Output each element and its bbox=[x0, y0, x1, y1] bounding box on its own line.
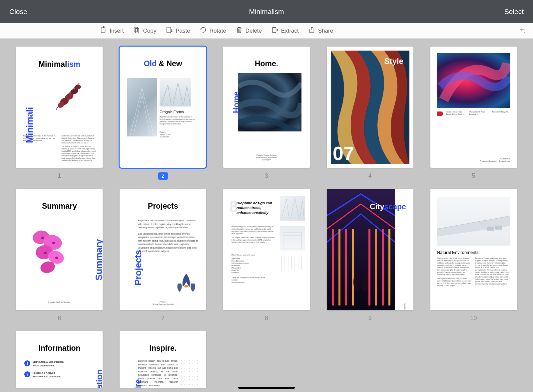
svg-point-18 bbox=[52, 242, 55, 244]
svg-point-101 bbox=[184, 382, 185, 382]
svg-point-105 bbox=[195, 382, 195, 382]
undo-icon bbox=[519, 29, 526, 35]
svg-rect-3 bbox=[136, 28, 139, 33]
page-thumbnail-11[interactable]: Information ation 1 Distribution & Class… bbox=[16, 331, 103, 388]
svg-point-72 bbox=[181, 371, 182, 372]
slide-body-left: Biophilia in Context looks at the evolut… bbox=[23, 135, 57, 162]
svg-point-59 bbox=[184, 366, 185, 366]
svg-point-89 bbox=[189, 376, 190, 377]
svg-point-60 bbox=[187, 366, 187, 366]
arch-photo-2 bbox=[160, 78, 191, 106]
svg-point-106 bbox=[197, 382, 198, 382]
svg-point-88 bbox=[187, 376, 187, 377]
slide-foot-2: www.biophilia.com bbox=[232, 281, 271, 284]
svg-point-63 bbox=[195, 366, 195, 366]
extract-button[interactable]: Extract bbox=[271, 26, 299, 35]
svg-rect-42 bbox=[487, 227, 494, 231]
slide-p1: Biophilic design can reduce stress, enha… bbox=[232, 226, 275, 235]
paste-button[interactable]: Paste bbox=[166, 26, 190, 35]
svg-point-104 bbox=[192, 382, 193, 382]
slide-title: Home bbox=[255, 59, 276, 68]
select-button[interactable]: Select bbox=[504, 8, 524, 16]
slide-credit-2: Simone Hutsch on Unsplash bbox=[120, 303, 206, 305]
svg-point-57 bbox=[197, 363, 198, 364]
caption-2: Photography & Visual Experiments bbox=[469, 111, 487, 115]
page-thumbnail-2[interactable]: Old & New Oragnic Forms Biophilia in Con… bbox=[120, 47, 206, 168]
svg-rect-37 bbox=[375, 229, 377, 305]
page-cell: Inspire. ire Biophilic design can reduce… bbox=[120, 331, 207, 388]
col1a: Biophilic design can reduce stress, enha… bbox=[437, 257, 472, 276]
page-thumbnail-4[interactable]: Style 07 bbox=[327, 47, 413, 168]
svg-point-99 bbox=[197, 379, 198, 380]
svg-point-54 bbox=[189, 363, 190, 364]
page-cell: Create your own book. Design & Color Sys… bbox=[430, 47, 517, 180]
share-label: Share bbox=[318, 28, 333, 34]
page-number: 6 bbox=[58, 315, 61, 322]
arch-img-3 bbox=[280, 256, 305, 276]
undo-button[interactable] bbox=[519, 26, 526, 35]
svg-point-61 bbox=[189, 366, 190, 366]
svg-point-102 bbox=[187, 382, 187, 382]
svg-rect-38 bbox=[382, 229, 384, 305]
svg-rect-34 bbox=[345, 229, 347, 305]
slide-credit-2: Inside Weather, swabdesign bbox=[223, 156, 310, 159]
slide-subtitle: Natural Environments bbox=[437, 250, 479, 255]
copy-button[interactable]: Copy bbox=[133, 26, 156, 35]
iris-illustration bbox=[171, 270, 201, 297]
page-thumbnail-9[interactable]: Cityscape Photo by Simone Hutsch on Unsp… bbox=[327, 189, 413, 310]
list-title: Plants that are commonly used: bbox=[232, 254, 271, 256]
slide-title-pre: Old bbox=[144, 59, 157, 68]
footer-2: Produced & Designed by Creative Squad bbox=[480, 160, 510, 162]
slide-foot-1: These and other plants can be ordered at… bbox=[232, 277, 271, 281]
svg-point-20 bbox=[55, 257, 58, 259]
insert-button[interactable]: Insert bbox=[100, 26, 124, 35]
delete-button[interactable]: Delete bbox=[236, 26, 262, 35]
page-cell: Minimalism Minimali Biophilia in Context… bbox=[16, 47, 103, 180]
page-thumbnail-5[interactable]: Create your own book. Design & Color Sys… bbox=[430, 47, 517, 168]
slide-body-right-2: The original Monmouth Coffee, on pretty … bbox=[61, 145, 96, 162]
svg-point-52 bbox=[184, 363, 185, 364]
page-thumbnail-1[interactable]: Minimalism Minimali Biophilia in Context… bbox=[16, 47, 103, 168]
close-button[interactable]: Close bbox=[9, 8, 27, 16]
col1b: The original Monmouth Coffee, on pretty … bbox=[437, 278, 472, 287]
page-thumbnail-10[interactable]: Natural Environments Biophilic design ca… bbox=[430, 189, 517, 310]
orchid-illustration bbox=[24, 221, 74, 281]
page-thumbnail-6[interactable]: Summary Summary Photo by Evie S. on Unsp… bbox=[16, 189, 103, 310]
paste-icon bbox=[166, 26, 173, 35]
arch-photo-1 bbox=[127, 78, 157, 136]
page-cell: Home. Home Photo by Hutomo Abrianto, Ins… bbox=[223, 47, 310, 180]
page-cell: Cityscape Photo by Simone Hutsch on Unsp… bbox=[326, 189, 413, 322]
slide-credit: Photo by Evie S. on Unsplash bbox=[16, 301, 103, 303]
page-thumbnail-3[interactable]: Home. Home Photo by Hutomo Abrianto, Ins… bbox=[223, 47, 310, 168]
rotate-icon bbox=[200, 26, 207, 35]
insert-icon bbox=[100, 26, 107, 35]
svg-rect-43 bbox=[495, 226, 502, 230]
slide-credit-3: on Unsplash bbox=[223, 159, 310, 161]
slide-title: Inspire. bbox=[120, 331, 206, 353]
svg-point-69 bbox=[192, 368, 193, 369]
share-button[interactable]: Share bbox=[308, 26, 333, 35]
svg-point-51 bbox=[181, 363, 182, 364]
svg-point-64 bbox=[197, 366, 198, 366]
page-thumbnail-12[interactable]: Inspire. ire Biophilic design can reduce… bbox=[120, 331, 206, 388]
page-thumbnail-7[interactable]: Projects Projects Biophilia is the human… bbox=[120, 189, 206, 310]
share-icon bbox=[308, 26, 315, 35]
slide-title: Information bbox=[16, 331, 103, 353]
slide-side-text: Projects bbox=[133, 250, 144, 286]
svg-point-81 bbox=[187, 374, 187, 374]
slide-title: Projects bbox=[120, 189, 206, 211]
page-number: 4 bbox=[368, 172, 372, 179]
svg-rect-33 bbox=[338, 229, 340, 305]
svg-rect-35 bbox=[352, 229, 354, 305]
slide-quote: Biophilic design can reduce stress, enha… bbox=[237, 201, 275, 215]
row-a: Research & Analysis bbox=[32, 371, 61, 375]
svg-point-75 bbox=[189, 371, 190, 372]
page-thumbnail-8[interactable]: 8 Biophilic design can reduce stress, en… bbox=[223, 189, 310, 310]
rotate-button[interactable]: Rotate bbox=[200, 26, 226, 35]
svg-point-19 bbox=[44, 252, 47, 254]
svg-point-100 bbox=[181, 382, 182, 382]
slide-title-dot: . bbox=[276, 59, 278, 68]
svg-point-68 bbox=[189, 368, 190, 369]
page-cell: Summary Summary Photo by Evie S. on Unsp… bbox=[16, 189, 103, 322]
svg-point-84 bbox=[195, 374, 195, 374]
